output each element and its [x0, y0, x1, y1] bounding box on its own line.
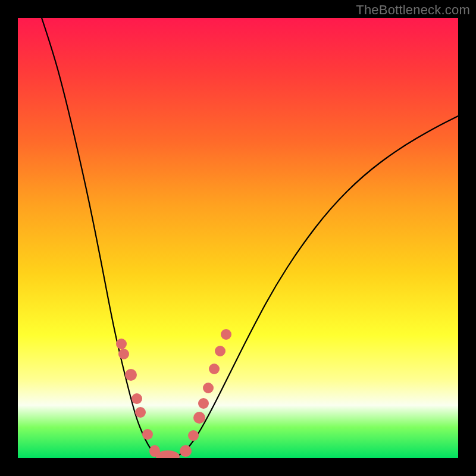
marker-dot	[203, 383, 214, 393]
marker-dot	[131, 393, 142, 404]
marker-dot	[135, 407, 146, 418]
marker-dot	[193, 412, 205, 424]
marker-dot	[118, 349, 129, 359]
marker-dot	[142, 429, 153, 440]
watermark-label: TheBottleneck.com	[356, 2, 470, 18]
chart-container: TheBottleneck.com	[0, 0, 476, 476]
plot-area	[18, 18, 458, 458]
marker-dot	[188, 430, 199, 441]
marker-dot	[215, 346, 226, 356]
marker-group	[116, 329, 231, 458]
marker-dot	[125, 369, 137, 381]
right-branch-curve	[167, 116, 458, 458]
marker-dot	[116, 339, 127, 349]
marker-dot	[221, 329, 231, 340]
curve-svg	[18, 18, 458, 458]
marker-dot	[209, 364, 220, 374]
marker-dot	[180, 445, 192, 457]
marker-dot	[198, 398, 209, 409]
left-branch-curve	[42, 18, 167, 458]
